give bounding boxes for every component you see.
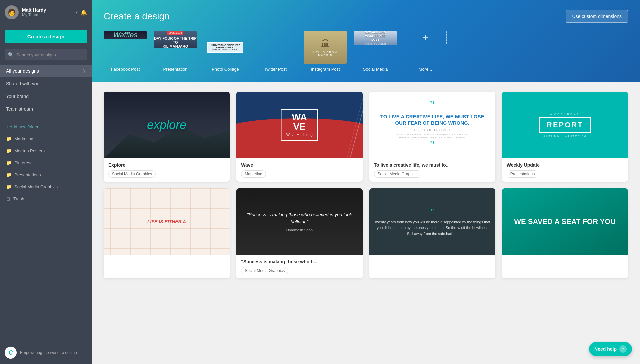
template-more[interactable]: + More...	[404, 31, 447, 72]
template-social-media[interactable]: NOT ALL WHOWANDER ARELOST J.R.R. TOLKIEN…	[354, 31, 397, 72]
page-title: Create a design	[104, 11, 170, 22]
open-quote-icon: "	[430, 99, 435, 111]
main-content: Create a design Use custom dimensions Wa…	[92, 0, 640, 364]
template-label-facebook: Facebook Post	[111, 67, 140, 72]
sidebar-item-label: All your designs	[6, 68, 39, 74]
report-season: AUTUMN / WINTER 16	[543, 135, 587, 138]
template-thumb-social-media: NOT ALL WHOWANDER ARELOST J.R.R. TOLKIEN	[354, 31, 397, 64]
design-card-explore[interactable]: explore Explore Social Media Graphics	[104, 92, 230, 182]
create-design-button[interactable]: Create a design	[5, 30, 87, 43]
card-tag[interactable]: Social Media Graphics	[241, 267, 288, 274]
template-collage[interactable]: HARVESTING SINCE 1897 FRESH MARKET FROM …	[204, 31, 247, 72]
design-card-report[interactable]: QUARTERLY REPORT AUTUMN / WINTER 16 Week…	[502, 92, 628, 182]
hero-section: Create a design Use custom dimensions Wa…	[92, 0, 640, 82]
template-thumb-collage: HARVESTING SINCE 1897 FRESH MARKET FROM …	[204, 31, 247, 64]
design-card-wave[interactable]: WAVE Wave Marketing Wave Marketing	[236, 92, 362, 182]
quote-author: JOSEPH CHILTON PEARCE	[413, 128, 452, 132]
card-thumb-explore: explore	[104, 92, 230, 158]
template-row: Waffles Facebook Post 09.28.2014 DAY FOU…	[104, 31, 628, 72]
template-presentation[interactable]: 09.28.2014 DAY FOUR OF THE TRIP TOKILIMA…	[154, 31, 197, 72]
help-button[interactable]: Need help ?	[589, 342, 632, 356]
collage-overlay: HARVESTING SINCE 1897 FRESH MARKET FROM …	[204, 31, 247, 64]
card-info: Weekly Update Presentations	[502, 158, 628, 182]
close-quote-icon: "	[430, 139, 435, 151]
notification-icon[interactable]: 🔔	[80, 9, 87, 16]
card-title: Weekly Update	[507, 162, 623, 168]
user-name: Matt Hardy	[22, 7, 76, 13]
folder-item-meetup[interactable]: 📁 Meetup Posters	[0, 145, 92, 157]
design-card-seat[interactable]: WE SAVED A SEAT FOR YOU	[502, 188, 628, 278]
card-tag[interactable]: Social Media Graphics	[108, 170, 156, 178]
template-twitter[interactable]: THE WILSHIREMARKET Twitter Post	[254, 31, 297, 72]
quote-desc: IS AN AMERICAN AUTHOR OF A NUMBER OF BOO…	[396, 133, 468, 139]
folder-item-trash[interactable]: 🗑 Trash	[0, 193, 92, 205]
folder-item-presentations[interactable]: 📁 Presentations	[0, 169, 92, 181]
pres-date: 09.28.2014	[167, 31, 183, 35]
card-tag[interactable]: Social Media Graphics	[374, 170, 421, 178]
collage-text-box: HARVESTING SINCE 1897 FRESH MARKET FROM …	[207, 42, 243, 53]
design-card-twenty[interactable]: " Twenty years from now you will be more…	[369, 188, 495, 278]
wave-text-box: WAVE Wave Marketing	[281, 109, 318, 141]
sidebar-item-shared[interactable]: Shared with you	[0, 77, 92, 90]
folder-icon: 📁	[6, 160, 12, 165]
plus-icon: +	[422, 31, 429, 44]
template-label-twitter: Twitter Post	[264, 67, 287, 72]
quote-text: TO LIVE A CREATIVE LIFE, WE MUST LOSE OU…	[376, 113, 489, 126]
designs-grid: explore Explore Social Media Graphics WA…	[92, 82, 640, 288]
custom-dimensions-button[interactable]: Use custom dimensions	[566, 10, 628, 23]
seat-text: WE SAVED A SEAT FOR YOU	[514, 217, 616, 226]
sidebar-item-team-stream[interactable]: Team stream	[0, 103, 92, 115]
twenty-text: Twenty years from now you will be more d…	[374, 219, 491, 237]
folder-item-pinterest[interactable]: 📁 Pinterest	[0, 157, 92, 169]
card-info: "Success is making those who b... Social…	[236, 255, 362, 278]
card-thumb-twenty: " Twenty years from now you will be more…	[369, 188, 495, 255]
folder-label: Meetup Posters	[14, 148, 45, 153]
folder-label: Marketing	[14, 136, 33, 141]
success-author: Dharmesh Shah	[286, 228, 313, 232]
template-label-instagram: Instagram Post	[311, 67, 340, 72]
folder-label: Presentations	[14, 172, 41, 177]
sidebar: 🧑 Matt Hardy My Team ▾ 🔔 Create a design…	[0, 0, 92, 364]
report-quarterly: QUARTERLY	[550, 112, 580, 115]
search-input[interactable]	[16, 52, 84, 57]
header-icons: ▾ 🔔	[76, 9, 87, 16]
folder-label: Pinterest	[14, 160, 31, 165]
template-instagram[interactable]: 🏛 HELLO FROMMADRID Instagram Post	[304, 31, 347, 72]
sidebar-item-label: Team stream	[6, 106, 33, 112]
template-thumb-instagram: 🏛 HELLO FROMMADRID	[304, 31, 347, 64]
user-team: My Team	[22, 13, 76, 17]
design-card-map[interactable]: LIFE IS EITHER A	[104, 188, 230, 278]
card-info	[369, 255, 495, 266]
add-folder-button[interactable]: + Add new folder	[0, 121, 92, 133]
folder-item-marketing[interactable]: 📁 Marketing	[0, 133, 92, 145]
sidebar-item-all-designs[interactable]: All your designs ❯	[0, 65, 92, 77]
design-card-quote[interactable]: " TO LIVE A CREATIVE LIFE, WE MUST LOSE …	[369, 92, 495, 182]
folder-label: Trash	[13, 196, 24, 201]
card-info: To live a creative life, we must lo.. So…	[369, 158, 495, 182]
folder-item-social-media[interactable]: 📁 Social Media Graphics	[0, 181, 92, 193]
footer-tagline: Empowering the world to design	[20, 350, 77, 356]
template-facebook[interactable]: Waffles Facebook Post	[104, 31, 147, 72]
map-text: LIFE IS EITHER A	[147, 219, 186, 224]
sidebar-item-label: Your brand	[6, 94, 29, 99]
card-title: "Success is making those who b...	[241, 259, 358, 264]
divider	[0, 118, 92, 118]
success-text: "Success is making those who believed in…	[242, 211, 357, 225]
card-info	[502, 255, 628, 266]
card-tag[interactable]: Marketing	[241, 170, 266, 178]
card-thumb-wave: WAVE Wave Marketing	[236, 92, 362, 158]
card-tag[interactable]: Presentations	[507, 170, 538, 178]
folder-label: Social Media Graphics	[14, 184, 58, 189]
sidebar-item-brand[interactable]: Your brand	[0, 90, 92, 103]
chevron-down-icon[interactable]: ▾	[76, 10, 78, 15]
card-thumb-success: "Success is making those who believed in…	[236, 188, 362, 255]
folder-icon: 📁	[6, 148, 12, 153]
folder-icon: 📁	[6, 184, 12, 189]
sidebar-footer: C Empowering the world to design	[0, 341, 92, 364]
user-info: Matt Hardy My Team	[22, 7, 76, 17]
report-title: REPORT	[547, 121, 583, 129]
wave-subtitle: Wave Marketing	[286, 133, 313, 137]
open-quote-icon: "	[430, 207, 434, 217]
design-card-success[interactable]: "Success is making those who believed in…	[236, 188, 362, 278]
template-label-more: More...	[419, 67, 432, 72]
